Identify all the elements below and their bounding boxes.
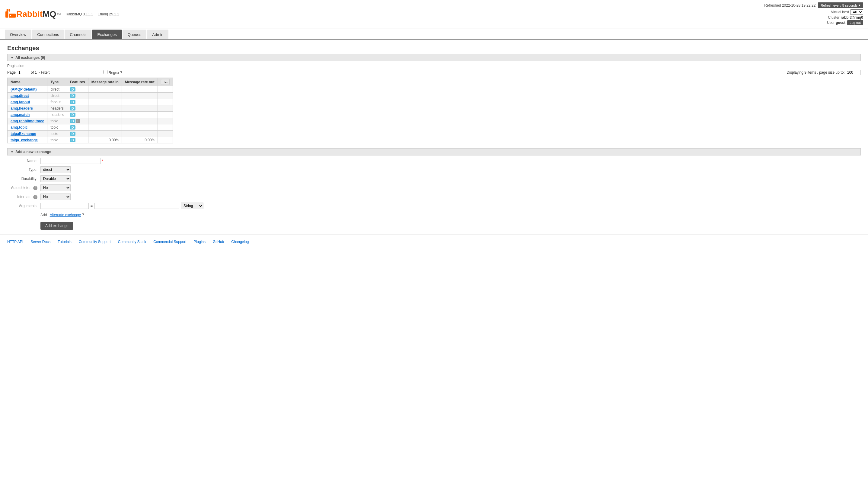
exchange-name-cell[interactable]: amq.match: [7, 112, 48, 118]
exchange-name-link[interactable]: amq.rabbitmq.trace: [10, 119, 44, 123]
form-row-durability: Durability: Durable Transient: [7, 175, 861, 182]
exchange-name-link[interactable]: amq.fanout: [10, 100, 30, 104]
logo-tm: TM: [57, 13, 61, 16]
cluster-label: Cluster: [828, 16, 840, 20]
regex-help-icon[interactable]: ?: [120, 71, 122, 75]
logout-button[interactable]: Log out: [847, 20, 863, 25]
exchange-name-input[interactable]: [40, 158, 101, 164]
all-exchanges-section-header[interactable]: ▼ All exchanges (9): [7, 54, 861, 61]
table-row[interactable]: (AMQP default)directD: [7, 86, 173, 93]
args-type-select[interactable]: String Number Boolean: [181, 203, 204, 209]
plus-minus-cell: [158, 137, 173, 143]
nav-item-channels[interactable]: Channels: [65, 30, 91, 39]
exchange-name-cell[interactable]: amq.fanout: [7, 99, 48, 106]
nav-item-queues[interactable]: Queues: [123, 30, 147, 39]
refresh-button[interactable]: Refresh every 5 seconds ▾: [818, 2, 863, 8]
rate-out-cell: [122, 99, 158, 106]
nav-item-exchanges[interactable]: Exchanges: [92, 30, 122, 39]
version-info: RabbitMQ 3.11.1 Erlang 25.1.1: [65, 12, 123, 16]
exchange-name-cell[interactable]: amq.headers: [7, 106, 48, 112]
type-select[interactable]: direct fanout headers topic: [40, 166, 71, 173]
durable-badge: D: [70, 138, 75, 142]
durable-badge: D: [70, 125, 75, 129]
footer-link-community-slack[interactable]: Community Slack: [118, 240, 146, 244]
exchange-name-cell[interactable]: amq.rabbitmq.trace: [7, 118, 48, 124]
table-row[interactable]: amq.topictopicD: [7, 124, 173, 131]
plus-minus-cell: [158, 99, 173, 106]
exchange-name-link[interactable]: taiga_exchange: [10, 138, 38, 142]
exchange-name-link[interactable]: amq.match: [10, 113, 30, 117]
exchange-name-link[interactable]: amq.headers: [10, 106, 33, 111]
col-plus-minus[interactable]: +/-: [158, 78, 173, 86]
svg-rect-2: [7, 9, 8, 12]
add-args-link[interactable]: Add: [40, 213, 47, 217]
page-input[interactable]: [17, 70, 29, 75]
exchange-name-link[interactable]: taigaExchange: [10, 131, 36, 136]
footer-link-commercial-support[interactable]: Commercial Support: [153, 240, 186, 244]
exchange-features-cell: D: [67, 86, 88, 93]
exchange-name-link[interactable]: (AMQP default): [10, 87, 36, 91]
table-row[interactable]: amq.matchheadersD: [7, 112, 173, 118]
rate-in-cell: [88, 112, 122, 118]
page-size-input[interactable]: [846, 70, 861, 75]
auto-delete-select[interactable]: No Yes: [40, 184, 71, 191]
rate-out-cell: [122, 124, 158, 131]
footer-link-http-api[interactable]: HTTP API: [7, 240, 23, 244]
table-row[interactable]: amq.rabbitmq.tracetopicDI: [7, 118, 173, 124]
auto-delete-help-icon[interactable]: ?: [33, 186, 37, 190]
exchange-name-cell[interactable]: taigaExchange: [7, 131, 48, 137]
form-row-type: Type: direct fanout headers topic: [7, 166, 861, 173]
rate-out-cell: [122, 118, 158, 124]
internal-help-icon[interactable]: ?: [33, 195, 37, 199]
footer-link-changelog[interactable]: Changelog: [231, 240, 249, 244]
internal-select[interactable]: No Yes: [40, 193, 71, 200]
table-row[interactable]: amq.fanoutfanoutD: [7, 99, 173, 106]
exchange-name-cell[interactable]: amq.direct: [7, 93, 48, 99]
exchange-name-cell[interactable]: (AMQP default): [7, 86, 48, 93]
vhost-select[interactable]: All: [850, 9, 863, 15]
alt-exchange-link[interactable]: Alternate exchange: [50, 213, 81, 217]
durable-badge: D: [70, 94, 75, 98]
nav-item-overview[interactable]: Overview: [5, 30, 31, 39]
cluster-row: Cluster rabbit@rmq0: [764, 16, 863, 20]
footer-link-plugins[interactable]: Plugins: [194, 240, 206, 244]
alt-exchange-help-icon[interactable]: ?: [82, 213, 84, 217]
exchange-name-link[interactable]: amq.topic: [10, 125, 28, 129]
exchange-features-cell: D: [67, 131, 88, 137]
regex-label[interactable]: Regex ?: [103, 70, 122, 75]
chevron-down-icon: ▾: [859, 3, 861, 7]
auto-delete-label: Auto delete: ?: [7, 186, 37, 190]
footer-link-server-docs[interactable]: Server Docs: [30, 240, 51, 244]
rate-in-cell: [88, 124, 122, 131]
exchange-name-cell[interactable]: amq.topic: [7, 124, 48, 131]
durable-badge: D: [70, 87, 75, 91]
add-exchange-button[interactable]: Add exchange: [40, 222, 73, 230]
regex-text: Regex: [108, 71, 119, 75]
table-row[interactable]: amq.directdirectD: [7, 93, 173, 99]
footer: HTTP API Server Docs Tutorials Community…: [0, 235, 868, 249]
filter-input[interactable]: [53, 70, 101, 75]
regex-checkbox[interactable]: [103, 70, 107, 74]
add-exchange-section-header[interactable]: ▼ Add a new exchange: [7, 148, 861, 155]
plus-minus-cell: [158, 131, 173, 137]
footer-link-github[interactable]: GitHub: [213, 240, 224, 244]
col-type: Type: [48, 78, 67, 86]
nav-item-admin[interactable]: Admin: [147, 30, 168, 39]
table-row[interactable]: taiga_exchangetopicD0.00/s0.00/s: [7, 137, 173, 143]
table-row[interactable]: taigaExchangetopicD: [7, 131, 173, 137]
type-label: Type:: [7, 168, 37, 172]
durability-select[interactable]: Durable Transient: [40, 175, 71, 182]
footer-link-tutorials[interactable]: Tutorials: [58, 240, 71, 244]
exchange-name-link[interactable]: amq.direct: [10, 94, 29, 98]
rate-out-cell: [122, 112, 158, 118]
table-row[interactable]: amq.headersheadersD: [7, 106, 173, 112]
header: RabbitMQTM RabbitMQ 3.11.1 Erlang 25.1.1…: [0, 0, 868, 28]
args-key-input[interactable]: [40, 203, 89, 209]
nav-item-connections[interactable]: Connections: [32, 30, 64, 39]
plus-minus-button[interactable]: +/-: [161, 79, 170, 85]
footer-link-community-support[interactable]: Community Support: [79, 240, 111, 244]
logo-rabbit-text: Rabbit: [16, 9, 42, 19]
args-val-input[interactable]: [94, 203, 179, 209]
rate-out-cell: [122, 131, 158, 137]
exchange-name-cell[interactable]: taiga_exchange: [7, 137, 48, 143]
